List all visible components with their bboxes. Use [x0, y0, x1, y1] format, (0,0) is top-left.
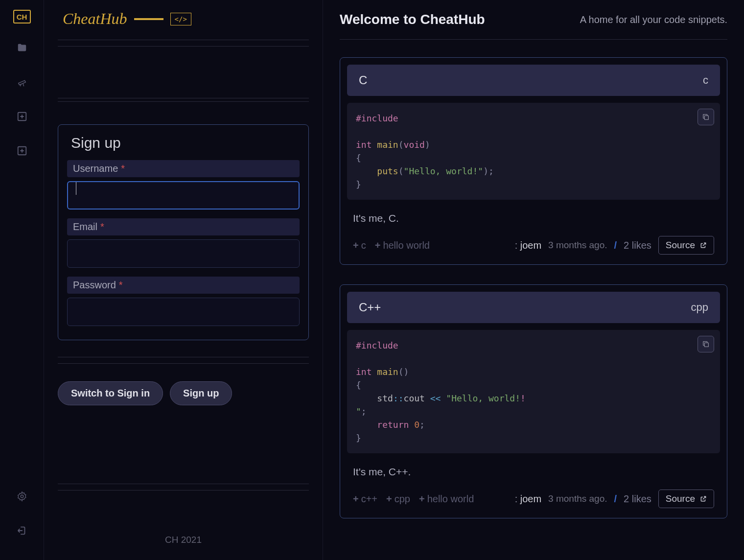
tag[interactable]: +cpp	[386, 493, 410, 505]
page-title: Welcome to CheatHub	[340, 12, 485, 27]
snippet-title: C++	[359, 301, 381, 314]
telescope-icon[interactable]	[12, 72, 32, 92]
email-input[interactable]	[67, 239, 300, 268]
nav-rail: CH	[0, 0, 44, 560]
password-label: Password*	[67, 277, 300, 294]
author[interactable]: joem	[520, 240, 541, 251]
likes[interactable]: 2 likes	[624, 493, 651, 505]
code-block: #include int main(void) { puts("Hello, w…	[347, 103, 720, 200]
brand: CheatHub </>	[58, 10, 309, 28]
svg-point-2	[21, 495, 23, 498]
snippet-title: C	[359, 73, 367, 87]
brand-underline	[134, 18, 163, 20]
tag[interactable]: +hello world	[419, 493, 474, 505]
brand-name: CheatHub	[63, 10, 127, 28]
add-icon[interactable]	[12, 107, 32, 126]
password-input[interactable]	[67, 298, 300, 326]
source-button[interactable]: Source	[658, 236, 714, 255]
timestamp: 3 months ago.	[548, 240, 607, 251]
snippet-lang: c	[703, 74, 708, 87]
copy-icon[interactable]	[698, 336, 714, 352]
tag[interactable]: +hello world	[375, 240, 430, 251]
tags: +c++ +cpp +hello world	[353, 493, 474, 505]
tag[interactable]: +c	[353, 240, 366, 251]
code-block: #include int main() { std::cout << "Hell…	[347, 330, 720, 453]
add-icon-2[interactable]	[12, 141, 32, 161]
snippet-desc: It's me, C++.	[347, 462, 720, 490]
brand-code-icon: </>	[170, 13, 191, 25]
email-label: Email*	[67, 218, 300, 235]
snippet-lang: cpp	[691, 301, 708, 314]
folder-icon[interactable]	[12, 38, 32, 58]
svg-rect-4	[704, 343, 708, 347]
snippet-header: C++ cpp	[347, 292, 720, 323]
snippet-card: C c #include int main(void) { puts("Hell…	[340, 57, 727, 265]
signup-card: Sign up Username* Email* Password*	[58, 124, 309, 340]
logo-icon[interactable]: CH	[13, 10, 31, 23]
logout-icon[interactable]	[12, 521, 32, 540]
snippet-card: C++ cpp #include int main() { std::cout …	[340, 284, 727, 518]
tags: +c +hello world	[353, 240, 430, 251]
main-content: Welcome to CheatHub A home for all your …	[323, 0, 744, 560]
likes[interactable]: 2 likes	[624, 240, 651, 251]
svg-rect-3	[704, 116, 708, 119]
tag[interactable]: +c++	[353, 493, 377, 505]
timestamp: 3 months ago.	[548, 493, 607, 504]
signup-title: Sign up	[67, 135, 300, 151]
username-input[interactable]	[67, 181, 300, 210]
username-label: Username*	[67, 160, 300, 177]
sidebar: CheatHub </> Sign up Username* Email* Pa…	[44, 0, 323, 560]
snippet-desc: It's me, C.	[347, 209, 720, 236]
footer: CH 2021	[58, 535, 309, 545]
author[interactable]: joem	[520, 493, 541, 504]
source-button[interactable]: Source	[658, 490, 714, 508]
signup-button[interactable]: Sign up	[170, 381, 232, 405]
page-subtitle: A home for all your code snippets.	[580, 14, 727, 25]
settings-icon[interactable]	[12, 487, 32, 506]
snippet-header: C c	[347, 65, 720, 96]
copy-icon[interactable]	[698, 109, 714, 125]
switch-signin-button[interactable]: Switch to Sign in	[58, 381, 163, 405]
